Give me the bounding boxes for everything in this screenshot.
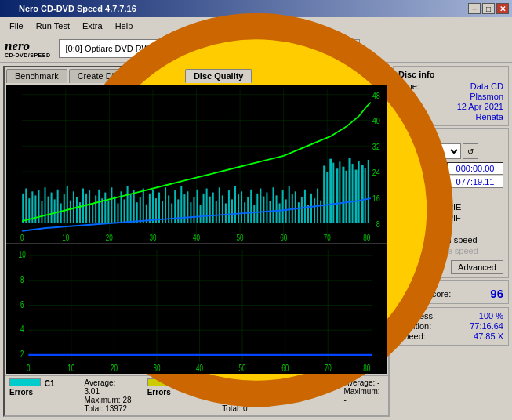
svg-rect-60 [111,187,112,223]
svg-text:50: 50 [237,234,244,243]
svg-rect-37 [38,190,39,223]
svg-rect-104 [250,190,252,223]
svg-rect-93 [216,201,217,223]
svg-text:50: 50 [239,363,246,373]
svg-text:10: 10 [67,363,74,373]
svg-rect-107 [260,189,261,223]
svg-rect-55 [95,195,96,223]
app-icon [3,2,16,15]
svg-text:4: 4 [20,324,24,335]
svg-text:48: 48 [372,91,380,100]
svg-rect-85 [190,202,191,223]
svg-rect-91 [209,197,211,223]
svg-rect-95 [222,195,223,223]
svg-rect-54 [92,205,93,223]
svg-rect-81 [177,199,179,223]
svg-rect-136 [352,164,354,223]
svg-rect-40 [48,197,49,223]
svg-rect-129 [329,159,332,223]
svg-rect-43 [57,190,59,223]
svg-text:70: 70 [325,363,332,373]
svg-text:60: 60 [280,234,287,243]
svg-rect-137 [355,170,358,223]
svg-rect-98 [231,199,233,223]
svg-rect-72 [149,194,151,223]
svg-rect-124 [314,198,315,223]
svg-rect-131 [336,168,338,223]
svg-rect-67 [133,190,135,223]
svg-rect-64 [124,199,125,223]
svg-rect-128 [326,172,328,223]
svg-rect-50 [79,202,81,223]
svg-rect-62 [117,203,118,223]
svg-rect-87 [197,190,198,223]
svg-rect-103 [247,197,249,223]
svg-text:70: 70 [324,234,331,243]
svg-rect-112 [276,195,278,223]
svg-rect-133 [342,167,344,223]
svg-rect-111 [273,187,274,223]
svg-rect-39 [45,187,46,223]
svg-rect-114 [282,190,284,223]
svg-rect-79 [171,203,172,223]
bottom-chart: 10 8 6 4 2 [6,244,387,374]
svg-text:80: 80 [363,234,370,243]
left-panel: Benchmark Create Disc Disc Info Disc Qua… [3,66,390,417]
svg-rect-70 [143,189,144,223]
svg-rect-101 [241,191,242,223]
svg-rect-42 [54,199,56,223]
svg-rect-100 [238,194,239,223]
svg-rect-127 [323,165,325,223]
svg-rect-123 [310,194,312,223]
svg-rect-86 [193,197,194,223]
svg-text:60: 60 [281,363,289,373]
svg-rect-41 [51,193,53,223]
svg-rect-84 [187,191,188,223]
svg-rect-108 [263,197,264,223]
svg-rect-36 [34,195,36,223]
svg-rect-48 [73,191,74,223]
svg-rect-90 [206,189,208,223]
svg-text:40: 40 [372,117,380,126]
svg-rect-115 [285,199,287,223]
svg-rect-121 [304,190,306,223]
svg-text:24: 24 [372,168,380,177]
svg-text:0: 0 [20,234,24,243]
svg-rect-52 [85,194,87,223]
svg-rect-65 [127,186,129,223]
svg-rect-38 [41,201,42,223]
tab-disc-quality[interactable]: Disc Quality [185,69,252,83]
svg-rect-99 [234,186,236,223]
svg-rect-46 [67,186,68,223]
svg-rect-126 [320,201,321,223]
svg-text:30: 30 [149,234,156,243]
svg-rect-132 [339,161,340,223]
svg-rect-68 [136,202,138,223]
svg-rect-32 [22,194,24,223]
svg-rect-106 [256,194,258,223]
svg-rect-47 [70,201,71,223]
svg-text:40: 40 [193,234,200,243]
svg-text:32: 32 [372,142,380,151]
svg-rect-94 [219,187,220,223]
svg-rect-89 [203,194,205,223]
svg-text:20: 20 [111,363,118,373]
svg-text:8: 8 [20,274,24,284]
svg-rect-92 [212,193,214,223]
title-bar: Nero CD-DVD Speed 4.7.7.16 – □ ✕ [0,0,512,17]
svg-text:8: 8 [376,219,380,229]
svg-rect-58 [104,193,106,223]
svg-rect-56 [98,190,100,223]
svg-rect-88 [200,205,202,223]
svg-rect-110 [269,201,271,223]
svg-rect-109 [266,193,267,223]
chart-area: 48 40 32 24 16 8 [6,85,387,374]
svg-rect-135 [349,158,351,223]
svg-rect-139 [361,165,364,223]
svg-rect-83 [183,194,185,223]
svg-rect-138 [358,161,360,223]
title-bar-left: Nero CD-DVD Speed 4.7.7.16 [3,2,136,15]
top-chart: 48 40 32 24 16 8 [6,85,387,244]
svg-rect-141 [368,160,369,223]
svg-rect-75 [158,193,160,223]
